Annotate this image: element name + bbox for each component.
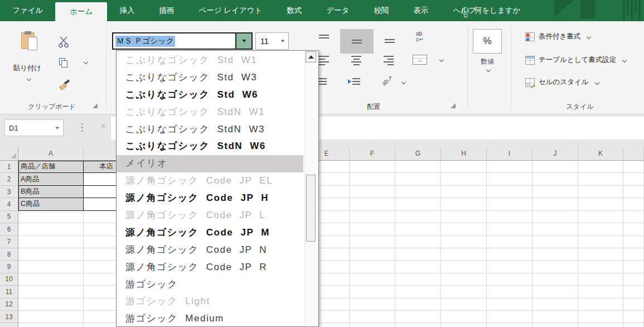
cell-L6[interactable] xyxy=(623,223,644,235)
merge-center-button[interactable]: ↔ xyxy=(413,55,427,65)
format-as-table-button[interactable]: テーブルとして書式設定 xyxy=(525,55,626,65)
row-header-8[interactable]: 8 xyxy=(0,248,18,261)
cell-K10[interactable] xyxy=(578,273,623,286)
cell-G8[interactable] xyxy=(395,248,441,261)
cell-F8[interactable] xyxy=(350,248,395,261)
cell-A1[interactable]: 商品／店舗 xyxy=(18,161,84,173)
font-option[interactable]: こぶりなゴシック StdN W1 xyxy=(117,104,303,121)
font-option[interactable]: 源ノ角ゴシック Code JP L xyxy=(117,207,303,224)
row-header-5[interactable]: 5 xyxy=(0,211,18,223)
orientation-dropdown-chevron[interactable] xyxy=(401,80,406,84)
row-header-6[interactable]: 6 xyxy=(0,223,18,235)
cell-J12[interactable] xyxy=(532,299,578,311)
cell-H1[interactable] xyxy=(441,161,487,173)
cell-L10[interactable] xyxy=(623,273,644,286)
cell-F7[interactable] xyxy=(350,236,395,248)
percent-style-button[interactable]: % xyxy=(473,29,502,54)
cell-A8[interactable] xyxy=(18,248,84,261)
cell-G3[interactable] xyxy=(395,186,441,198)
cell-J3[interactable] xyxy=(532,186,578,198)
cell-F2[interactable] xyxy=(350,173,395,185)
cell-H13[interactable] xyxy=(441,311,487,323)
cell-L9[interactable] xyxy=(623,261,644,273)
cell-I11[interactable] xyxy=(487,286,532,298)
cell-A14[interactable] xyxy=(18,323,84,327)
select-all-corner[interactable] xyxy=(0,147,18,161)
cell-F3[interactable] xyxy=(350,186,395,198)
cell-J13[interactable] xyxy=(532,311,578,323)
cell-F9[interactable] xyxy=(350,261,395,273)
cancel-icon[interactable]: × xyxy=(100,121,106,132)
cell-styles-button[interactable]: セルのスタイル xyxy=(525,78,599,87)
cell-G14[interactable] xyxy=(395,323,441,327)
cell-J8[interactable] xyxy=(532,248,578,261)
cell-J9[interactable] xyxy=(532,261,578,273)
align-left-button[interactable] xyxy=(319,56,329,65)
cell-K2[interactable] xyxy=(578,173,623,185)
cell-A10[interactable] xyxy=(18,273,84,286)
font-name-dropdown-button[interactable] xyxy=(235,33,251,49)
cell-L4[interactable] xyxy=(623,198,644,210)
tab-draw[interactable]: 描画 xyxy=(147,0,186,21)
tab-view[interactable]: 表示 xyxy=(401,0,441,21)
cell-L3[interactable] xyxy=(623,186,644,198)
cell-F10[interactable] xyxy=(350,273,395,286)
cell-H7[interactable] xyxy=(441,236,487,248)
cell-I8[interactable] xyxy=(487,248,532,261)
align-right-button[interactable] xyxy=(384,56,394,65)
cell-K1[interactable] xyxy=(578,161,623,173)
font-option[interactable]: 源ノ角ゴシック Code JP R xyxy=(117,259,303,276)
cell-G4[interactable] xyxy=(395,198,441,210)
cell-I1[interactable] xyxy=(487,161,532,173)
cell-J11[interactable] xyxy=(532,286,578,298)
cell-A11[interactable] xyxy=(18,286,84,298)
font-option[interactable]: 游ゴシック xyxy=(117,276,303,294)
cell-H11[interactable] xyxy=(441,286,487,298)
font-option[interactable]: こぶりなゴシック Std W1 xyxy=(117,52,303,69)
row-header-11[interactable]: 11 xyxy=(0,286,18,298)
cell-J1[interactable] xyxy=(532,161,578,173)
cell-G10[interactable] xyxy=(395,273,441,286)
orientation-button[interactable]: ab↗ xyxy=(380,74,394,88)
row-header-2[interactable]: 2 xyxy=(0,173,18,185)
font-option[interactable]: 源ノ角ゴシック Code JP N xyxy=(117,242,303,259)
font-option[interactable]: こぶりなゴシック Std W3 xyxy=(117,69,303,86)
cell-J7[interactable] xyxy=(532,236,578,248)
cell-K11[interactable] xyxy=(578,286,623,298)
paste-dropdown-chevron[interactable] xyxy=(27,76,31,81)
column-header-J[interactable]: J xyxy=(532,147,578,161)
row-header-13[interactable]: 13 xyxy=(0,311,18,323)
cell-H2[interactable] xyxy=(441,173,487,185)
tab-page-layout[interactable]: ページ レイアウト xyxy=(186,0,274,21)
copy-icon[interactable] xyxy=(59,58,69,68)
cell-F11[interactable] xyxy=(350,286,395,298)
cell-I5[interactable] xyxy=(487,211,532,223)
font-option[interactable]: メイリオ xyxy=(117,155,303,172)
font-option[interactable]: 游ゴシック Medium xyxy=(117,310,303,327)
cell-K5[interactable] xyxy=(578,211,623,223)
cell-I2[interactable] xyxy=(487,173,532,185)
column-header-L[interactable] xyxy=(623,147,644,161)
column-header-I[interactable]: I xyxy=(487,147,532,161)
merge-dropdown-chevron[interactable] xyxy=(439,57,444,62)
cell-A13[interactable] xyxy=(18,311,84,323)
cell-A9[interactable] xyxy=(18,261,84,273)
cell-G12[interactable] xyxy=(395,299,441,311)
cell-H10[interactable] xyxy=(441,273,487,286)
cell-J2[interactable] xyxy=(532,173,578,185)
cell-F12[interactable] xyxy=(350,299,395,311)
font-size-value[interactable]: 11 xyxy=(256,37,277,46)
font-name-combobox[interactable]: ＭＳ Ｐゴシック xyxy=(112,32,253,50)
cell-K13[interactable] xyxy=(578,311,623,323)
column-header-K[interactable]: K xyxy=(578,147,623,161)
cell-F4[interactable] xyxy=(350,198,395,210)
cell-L11[interactable] xyxy=(623,286,644,298)
cell-I9[interactable] xyxy=(487,261,532,273)
cell-L8[interactable] xyxy=(623,248,644,261)
row-header-1[interactable]: 1 xyxy=(0,161,18,173)
font-name-value[interactable]: ＭＳ Ｐゴシック xyxy=(115,36,175,47)
cell-A2[interactable]: A商品 xyxy=(18,173,84,185)
align-center-button[interactable] xyxy=(351,56,361,65)
align-middle-button-selected[interactable] xyxy=(340,29,374,54)
cell-K4[interactable] xyxy=(578,198,623,210)
